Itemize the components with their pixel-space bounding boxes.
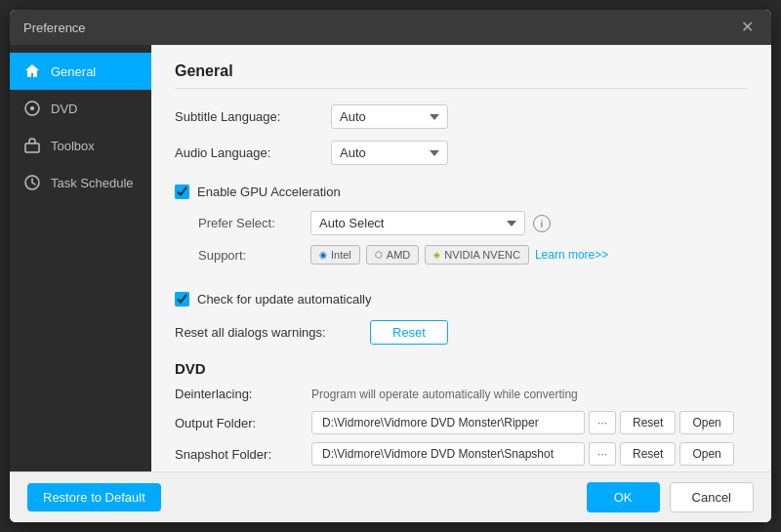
subtitle-language-select[interactable]: Auto English Chinese <box>331 104 448 129</box>
nvidia-badge: ◈ NVIDIA NVENC <box>425 245 529 265</box>
audio-language-label: Audio Language: <box>175 145 331 160</box>
window-title: Preference <box>23 20 86 35</box>
amd-icon: ⬡ <box>375 250 383 260</box>
gpu-checkbox-row: Enable GPU Acceleration <box>175 184 748 199</box>
ok-cancel-group: OK Cancel <box>587 482 754 512</box>
snapshot-folder-input[interactable] <box>311 442 585 466</box>
preference-window: Preference ✕ General DV <box>10 10 771 522</box>
prefer-select-dropdown[interactable]: Auto Select Intel AMD NVIDIA NVENC <box>310 211 525 235</box>
deinterlacing-value: Program will operate automatically while… <box>311 388 578 401</box>
sidebar-item-dvd[interactable]: DVD <box>10 90 151 127</box>
amd-label: AMD <box>387 249 410 261</box>
sidebar-item-general[interactable]: General <box>10 53 151 90</box>
disc-icon <box>23 100 41 117</box>
general-section-title: General <box>175 62 748 89</box>
check-update-label: Check for update automatically <box>197 292 371 307</box>
output-folder-open-button[interactable]: Open <box>679 411 733 434</box>
support-label: Support: <box>198 248 310 263</box>
snapshot-folder-open-button[interactable]: Open <box>679 442 733 466</box>
sidebar-task-label: Task Schedule <box>51 176 134 190</box>
audio-language-control: Auto English Chinese <box>331 141 448 165</box>
sidebar-general-label: General <box>51 64 96 79</box>
sidebar-item-toolbox[interactable]: Toolbox <box>10 127 151 164</box>
home-icon <box>23 62 41 80</box>
restore-to-default-button[interactable]: Restore to Default <box>27 483 161 512</box>
reset-dialogs-row: Reset all dialogs warnings: Reset <box>175 320 748 345</box>
intel-label: Intel <box>331 249 351 261</box>
nvidia-label: NVIDIA NVENC <box>444 249 520 261</box>
info-icon[interactable]: i <box>533 215 551 232</box>
ok-button[interactable]: OK <box>587 482 660 512</box>
cancel-button[interactable]: Cancel <box>670 482 754 512</box>
gpu-section: Enable GPU Acceleration Prefer Select: A… <box>175 177 748 282</box>
sidebar-toolbox-label: Toolbox <box>51 139 95 153</box>
intel-icon: ◉ <box>319 250 327 260</box>
snapshot-folder-reset-button[interactable]: Reset <box>620 442 676 466</box>
svg-rect-2 <box>25 143 39 152</box>
main-content: General Subtitle Language: Auto English … <box>151 45 771 471</box>
amd-badge: ⬡ AMD <box>366 245 419 265</box>
sidebar-dvd-label: DVD <box>51 102 77 116</box>
prefer-select-row: Prefer Select: Auto Select Intel AMD NVI… <box>198 211 748 235</box>
subtitle-language-row: Subtitle Language: Auto English Chinese <box>175 104 748 129</box>
support-row: Support: ◉ Intel ⬡ AMD ◈ NVIDIA NVENC <box>198 245 748 265</box>
learn-more-link[interactable]: Learn more>> <box>535 248 608 262</box>
snapshot-folder-label: Snapshot Folder: <box>175 447 311 462</box>
reset-dialogs-button[interactable]: Reset <box>370 320 448 345</box>
sidebar: General DVD Toolbox <box>10 45 151 471</box>
prefer-select-control: Auto Select Intel AMD NVIDIA NVENC i <box>310 211 551 235</box>
toolbox-icon <box>23 137 41 154</box>
output-folder-label: Output Folder: <box>175 416 311 430</box>
title-bar: Preference ✕ <box>10 10 771 45</box>
info-icon-label: i <box>541 218 543 229</box>
deinterlacing-row: Deinterlacing: Program will operate auto… <box>175 387 748 401</box>
check-update-row: Check for update automatically <box>175 292 748 307</box>
sidebar-item-task-schedule[interactable]: Task Schedule <box>10 164 151 201</box>
output-folder-dots-button[interactable]: ··· <box>589 411 616 434</box>
close-button[interactable]: ✕ <box>737 18 758 37</box>
audio-language-select[interactable]: Auto English Chinese <box>331 141 448 165</box>
output-folder-row: Output Folder: ··· Reset Open <box>175 411 748 434</box>
snapshot-folder-dots-button[interactable]: ··· <box>589 442 616 466</box>
svg-point-1 <box>30 106 34 110</box>
prefer-select-label: Prefer Select: <box>198 216 310 230</box>
intel-badge: ◉ Intel <box>310 245 360 265</box>
nvidia-icon: ◈ <box>433 250 440 260</box>
subtitle-language-label: Subtitle Language: <box>175 109 331 124</box>
gpu-checkbox[interactable] <box>175 184 189 199</box>
deinterlacing-label: Deinterlacing: <box>175 387 311 401</box>
snapshot-folder-row: Snapshot Folder: ··· Reset Open <box>175 442 748 466</box>
output-folder-reset-button[interactable]: Reset <box>620 411 676 434</box>
reset-dialogs-label: Reset all dialogs warnings: <box>175 325 370 340</box>
subtitle-language-control: Auto English Chinese <box>331 104 448 129</box>
dvd-section-title: DVD <box>175 360 748 377</box>
clock-icon <box>23 174 41 191</box>
content-area: General DVD Toolbox <box>10 45 771 471</box>
audio-language-row: Audio Language: Auto English Chinese <box>175 141 748 165</box>
gpu-checkbox-label: Enable GPU Acceleration <box>197 184 341 199</box>
support-badges: ◉ Intel ⬡ AMD ◈ NVIDIA NVENC Learn more>… <box>310 245 608 265</box>
bottom-bar: Restore to Default OK Cancel <box>10 471 771 522</box>
output-folder-input[interactable] <box>311 411 585 434</box>
check-update-checkbox[interactable] <box>175 292 189 307</box>
